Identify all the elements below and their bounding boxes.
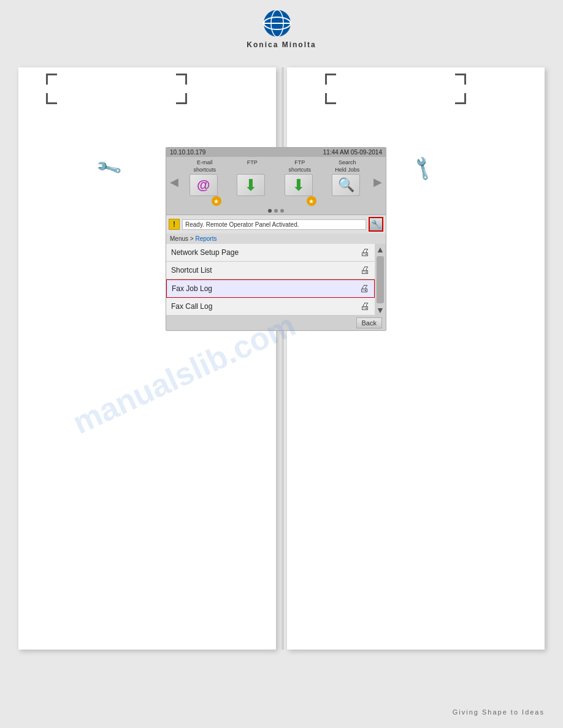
search-label1: Search: [339, 159, 356, 165]
ftp-icon[interactable]: FTP ⬇: [231, 159, 274, 205]
menu-item-shortcut-list[interactable]: Shortcut List 🖨: [166, 262, 375, 279]
menu-item-network-setup[interactable]: Network Setup Page 🖨: [166, 244, 375, 262]
breadcrumb-reports[interactable]: Reports: [195, 235, 216, 242]
logo-container: Konica Minolta: [247, 6, 316, 49]
scrollbar: ▲ ▼: [375, 244, 386, 316]
search-icon-bg: 🔍: [332, 174, 360, 196]
brand-name: Konica Minolta: [247, 40, 316, 49]
email-icon-wrapper: @ ★: [190, 174, 220, 205]
corner-br-right: [455, 93, 466, 104]
ftp-shortcuts-wrapper: ⬇ ★: [285, 174, 315, 205]
star-badge-ftp: ★: [307, 196, 316, 206]
print-icon-shortcut[interactable]: 🖨: [360, 265, 370, 276]
scroll-down-button[interactable]: ▼: [376, 305, 385, 316]
corner-tr-left: [176, 74, 187, 85]
dot-1: [268, 209, 272, 213]
corner-br-left: [176, 93, 187, 104]
email-icon-bg: @: [190, 174, 218, 196]
email-label-line2: shortcuts: [193, 167, 216, 173]
corner-tl-right: [325, 74, 336, 85]
menu-with-scrollbar: Network Setup Page 🖨 Shortcut List 🖨 Fax…: [166, 244, 386, 316]
star-badge-email: ★: [212, 196, 221, 206]
nav-right-arrow[interactable]: ▶: [371, 175, 385, 189]
scroll-thumb[interactable]: [377, 256, 384, 303]
fax-call-log-label: Fax Call Log: [171, 302, 360, 311]
header: Konica Minolta: [0, 6, 563, 51]
icon-items: E-mail shortcuts @ ★ FTP ⬇: [181, 159, 371, 205]
menu-list: Network Setup Page 🖨 Shortcut List 🖨 Fax…: [166, 244, 375, 316]
email-shortcuts-icon[interactable]: E-mail shortcuts @ ★: [183, 159, 226, 205]
ftp-icon-wrapper: ⬇: [237, 174, 267, 205]
datetime: 11:44 AM 05-09-2014: [323, 149, 382, 156]
footer-tagline: Giving Shape to Ideas: [453, 708, 545, 716]
corner-bl-right: [325, 93, 336, 104]
search-held-jobs-icon[interactable]: Search Held Jobs 🔍: [326, 159, 369, 205]
printer-icons-row: ◀ E-mail shortcuts @ ★ FTP ⬇: [166, 157, 386, 207]
ftp-shortcuts-bg: ⬇: [285, 174, 313, 196]
ftp-shortcuts-label2: shortcuts: [288, 167, 311, 173]
bracket-box-right: [325, 74, 466, 104]
magnifier-icon: 🔍: [338, 177, 354, 193]
email-label-line1: E-mail: [197, 159, 213, 165]
warning-icon: !: [169, 219, 180, 230]
menu-breadcrumb: Menus > Reports: [166, 233, 386, 244]
menu-item-fax-call-log[interactable]: Fax Call Log 🖨: [166, 298, 375, 316]
status-text: Ready. Remote Operator Panel Activated.: [182, 219, 366, 230]
breadcrumb-prefix: Menus >: [170, 235, 194, 242]
search-label2: Held Jobs: [335, 167, 359, 173]
nav-left-arrow[interactable]: ◀: [167, 175, 181, 189]
ip-address: 10.10.10.179: [170, 149, 205, 156]
ftp-shortcuts-label1: FTP: [294, 159, 305, 165]
corner-tl-left: [46, 74, 57, 85]
printer-status-bar: ! Ready. Remote Operator Panel Activated…: [166, 214, 386, 233]
ftp-shortcuts-icon[interactable]: FTP shortcuts ⬇ ★: [278, 159, 321, 205]
back-bar: Back: [166, 316, 386, 330]
printer-ui-panel: 10.10.10.179 11:44 AM 05-09-2014 ◀ E-mai…: [166, 147, 386, 331]
print-icon-fax-job[interactable]: 🖨: [359, 283, 369, 294]
printer-topbar: 10.10.10.179 11:44 AM 05-09-2014: [166, 148, 386, 157]
ftp-icon-bg: ⬇: [237, 174, 265, 196]
wrench-button-status[interactable]: 🔧: [369, 217, 383, 232]
search-icon-wrapper: 🔍: [332, 174, 362, 205]
corner-bl-left: [46, 93, 57, 104]
print-icon-fax-call[interactable]: 🖨: [360, 301, 370, 312]
ftp-down-arrow: ⬇: [244, 176, 258, 195]
scroll-up-button[interactable]: ▲: [376, 244, 385, 255]
dot-2: [274, 209, 278, 213]
fax-job-log-label: Fax Job Log: [172, 284, 359, 293]
ftp-shortcuts-arrow: ⬇: [292, 176, 305, 195]
back-button[interactable]: Back: [356, 317, 382, 328]
shortcut-list-label: Shortcut List: [171, 266, 360, 275]
bracket-box-left: [46, 74, 187, 104]
dot-3: [280, 209, 284, 213]
ftp-label2: [251, 167, 253, 173]
network-setup-label: Network Setup Page: [171, 248, 360, 257]
print-icon-network[interactable]: 🖨: [360, 247, 370, 258]
corner-tr-right: [455, 74, 466, 85]
at-symbol: @: [197, 177, 210, 193]
menu-item-fax-job-log[interactable]: Fax Job Log 🖨: [166, 279, 375, 298]
dots-indicator: [166, 207, 386, 214]
ftp-label: FTP: [247, 159, 258, 165]
konica-minolta-logo: [247, 6, 308, 43]
